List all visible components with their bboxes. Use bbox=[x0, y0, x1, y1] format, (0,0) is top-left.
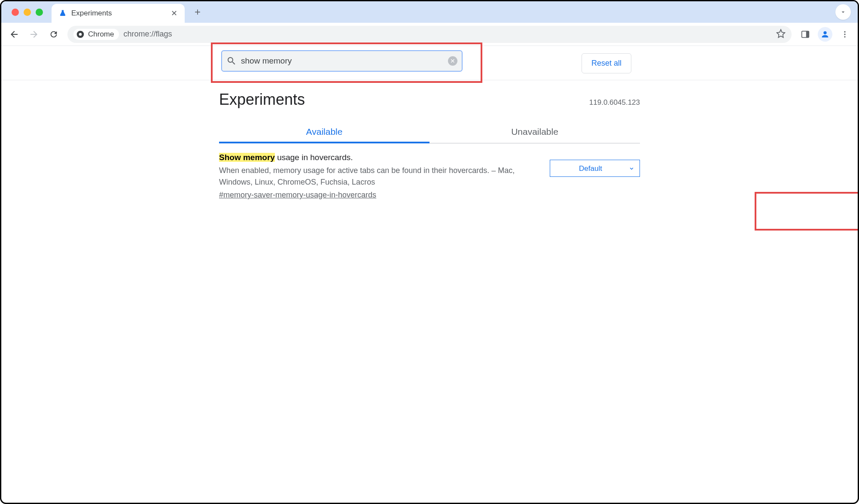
chrome-icon bbox=[76, 30, 85, 39]
back-button[interactable] bbox=[6, 26, 23, 43]
site-chip[interactable]: Chrome bbox=[73, 29, 119, 40]
reload-button[interactable] bbox=[45, 26, 62, 43]
search-highlight-text: Show memory bbox=[219, 153, 275, 162]
address-bar[interactable]: Chrome chrome://flags bbox=[67, 26, 792, 43]
svg-point-1 bbox=[79, 33, 82, 36]
tabs-dropdown-button[interactable] bbox=[835, 4, 851, 20]
window-maximize-button[interactable] bbox=[36, 9, 43, 16]
search-input[interactable] bbox=[241, 56, 444, 66]
flags-search-box[interactable]: ✕ bbox=[221, 50, 463, 72]
tab-available[interactable]: Available bbox=[219, 121, 430, 143]
svg-point-4 bbox=[844, 31, 845, 32]
profile-button[interactable] bbox=[816, 26, 834, 43]
svg-rect-3 bbox=[806, 31, 809, 37]
search-icon bbox=[226, 56, 237, 66]
flag-description: When enabled, memory usage for active ta… bbox=[219, 165, 533, 188]
tabs: Available Unavailable bbox=[219, 121, 640, 143]
browser-tab[interactable]: Experiments ✕ bbox=[52, 4, 185, 23]
flask-icon bbox=[58, 9, 67, 18]
new-tab-button[interactable]: + bbox=[190, 4, 205, 20]
menu-button[interactable] bbox=[836, 26, 853, 43]
search-band: ✕ Reset all bbox=[1, 46, 858, 80]
version-text: 119.0.6045.123 bbox=[589, 98, 640, 107]
side-panel-button[interactable] bbox=[797, 26, 814, 43]
window-minimize-button[interactable] bbox=[24, 9, 31, 16]
svg-point-5 bbox=[844, 33, 845, 35]
annotation-highlight-dropdown bbox=[755, 192, 859, 231]
bookmark-star-icon[interactable] bbox=[776, 29, 786, 40]
person-icon bbox=[820, 30, 830, 39]
traffic-lights bbox=[12, 9, 43, 16]
flags-content: Experiments 119.0.6045.123 Available Una… bbox=[219, 80, 640, 200]
flag-hash-link[interactable]: #memory-saver-memory-usage-in-hovercards bbox=[219, 191, 376, 199]
window-close-button[interactable] bbox=[12, 9, 19, 16]
svg-point-6 bbox=[844, 36, 845, 37]
flag-select-wrapper: Default bbox=[550, 160, 640, 177]
forward-button[interactable] bbox=[25, 26, 43, 43]
clear-search-button[interactable]: ✕ bbox=[448, 56, 457, 66]
page-title: Experiments bbox=[219, 91, 305, 109]
flag-item: Show memory usage in hovercards. When en… bbox=[219, 143, 640, 200]
close-tab-button[interactable]: ✕ bbox=[170, 9, 178, 17]
tab-unavailable[interactable]: Unavailable bbox=[430, 121, 640, 143]
reset-all-button[interactable]: Reset all bbox=[582, 53, 631, 73]
chip-label: Chrome bbox=[88, 30, 114, 39]
flag-state-select[interactable]: Default bbox=[550, 160, 640, 177]
tab-title: Experiments bbox=[71, 9, 166, 18]
url-text: chrome://flags bbox=[123, 30, 172, 39]
window-titlebar: Experiments ✕ + bbox=[1, 1, 858, 23]
page-content: ✕ Reset all Experiments 119.0.6045.123 A… bbox=[1, 46, 858, 200]
flag-title: Show memory usage in hovercards. bbox=[219, 153, 533, 162]
